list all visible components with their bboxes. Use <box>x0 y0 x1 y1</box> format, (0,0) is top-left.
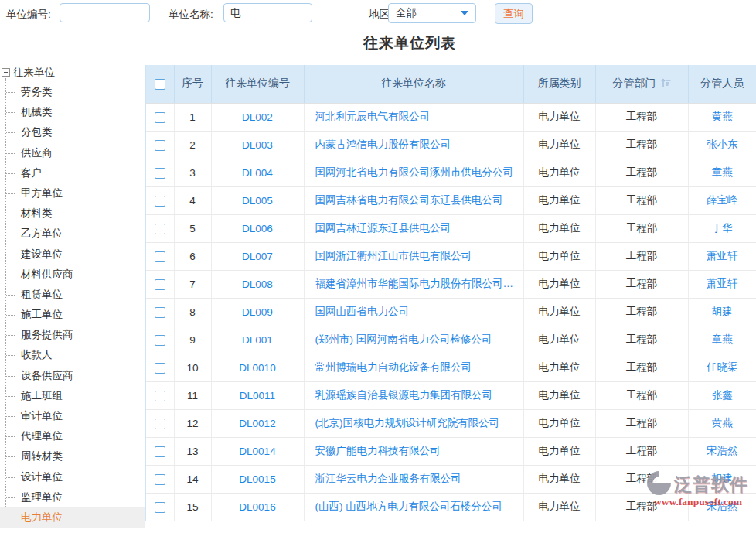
tree-item[interactable]: 机械类 <box>0 102 145 122</box>
tree-item[interactable]: 乙方单位 <box>0 224 145 244</box>
tree-item[interactable]: 建设单位 <box>0 244 145 265</box>
cell-name[interactable]: (郑州市) 国网河南省电力公司检修公司 <box>304 326 523 354</box>
cell-person[interactable]: 薛宝峰 <box>688 186 756 214</box>
row-checkbox[interactable] <box>155 112 165 123</box>
header-category: 所属类别 <box>523 65 595 103</box>
cell-code[interactable]: DL001 <box>211 326 304 354</box>
cell-category: 电力单位 <box>523 326 595 354</box>
row-checkbox[interactable] <box>155 251 165 262</box>
cell-code[interactable]: DL004 <box>211 159 304 186</box>
cell-code[interactable]: DL0012 <box>211 409 304 437</box>
cell-code[interactable]: DL003 <box>211 131 304 159</box>
cell-code[interactable]: DL002 <box>211 103 304 131</box>
cell-code[interactable]: DL0016 <box>211 493 304 521</box>
tree-item[interactable]: 分包类 <box>0 122 145 142</box>
query-button[interactable]: 查询 <box>495 3 533 24</box>
cell-person[interactable]: 宋浩然 <box>688 437 756 465</box>
cell-person[interactable]: 萧亚轩 <box>688 270 756 298</box>
cell-code[interactable]: DL005 <box>211 186 304 214</box>
row-checkbox[interactable] <box>155 502 165 513</box>
cell-code[interactable]: DL006 <box>211 214 304 242</box>
tree-item[interactable]: 服务提供商 <box>0 325 145 345</box>
cell-person[interactable]: 黄燕 <box>688 103 756 131</box>
cell-name[interactable]: 国网吉林省电力有限公司东辽县供电公司 <box>304 186 523 214</box>
cell-code[interactable]: DL0015 <box>211 465 304 493</box>
cell-person[interactable]: 丁华 <box>688 214 756 242</box>
tree-item[interactable]: 设计单位 <box>0 467 145 487</box>
table-row: 12 DL0012 (北京)国核电力规划设计研究院有限公司 电力单位 工程部 黄… <box>146 409 756 437</box>
cell-code[interactable]: DL008 <box>211 270 304 298</box>
cell-category: 电力单位 <box>523 437 595 465</box>
cell-name[interactable]: (北京)国核电力规划设计研究院有限公司 <box>304 409 523 437</box>
tree-item[interactable]: 施工班组 <box>0 386 145 406</box>
tree-item-label: 租赁单位 <box>21 289 63 300</box>
tree-item[interactable]: 设备供应商 <box>0 366 145 386</box>
row-checkbox[interactable] <box>155 363 165 374</box>
cell-name[interactable]: 国网河北省电力有限公司涿州市供电分公司 <box>304 159 523 186</box>
row-checkbox[interactable] <box>155 474 165 485</box>
unit-name-input[interactable] <box>223 3 312 22</box>
tree-item-label: 审计单位 <box>21 410 63 422</box>
select-all-checkbox[interactable] <box>155 79 165 90</box>
region-select[interactable]: 全部 <box>388 3 476 23</box>
header-department[interactable]: 分管部门 <box>595 65 688 103</box>
tree-item[interactable]: 租赁单位 <box>0 285 145 305</box>
cell-person[interactable]: 宋浩然 <box>688 493 756 521</box>
tree-item[interactable]: 收款人 <box>0 345 145 365</box>
row-checkbox[interactable] <box>155 224 165 234</box>
cell-code[interactable]: DL009 <box>211 298 304 326</box>
cell-name[interactable]: (山西) 山西地方电力有限公司石楼分公司 <box>304 493 523 521</box>
tree-root-node[interactable]: 往来单位 <box>0 63 145 82</box>
cell-person[interactable]: 黄燕 <box>688 409 756 437</box>
header-checkbox-cell <box>146 65 174 103</box>
tree-item[interactable]: 客户 <box>0 163 145 183</box>
collapse-minus-icon[interactable] <box>2 68 10 77</box>
tree-item[interactable]: 周转材类 <box>0 446 145 466</box>
tree-item[interactable]: 供应商 <box>0 143 145 163</box>
row-checkbox[interactable] <box>155 335 165 346</box>
cell-name[interactable]: 乳源瑶族自治县银源电力集团有限公司 <box>304 381 523 409</box>
cell-name[interactable]: 安徽广能电力科技有限公司 <box>304 437 523 465</box>
row-checkbox[interactable] <box>155 307 165 318</box>
cell-name[interactable]: 浙江华云电力企业服务有限公司 <box>304 465 523 493</box>
cell-name[interactable]: 国网吉林辽源东辽县供电公司 <box>304 214 523 242</box>
cell-name[interactable]: 国网山西省电力公司 <box>304 298 523 326</box>
cell-person[interactable]: 萧亚轩 <box>688 242 756 270</box>
tree-item[interactable]: 电力单位 <box>0 507 145 528</box>
cell-name[interactable]: 常州博瑞电力自动化设备有限公司 <box>304 354 523 381</box>
cell-code[interactable]: DL0011 <box>211 381 304 409</box>
cell-person[interactable]: 张小东 <box>688 131 756 159</box>
row-checkbox[interactable] <box>155 279 165 290</box>
tree-item[interactable]: 材料类 <box>0 203 145 224</box>
cell-code[interactable]: DL0014 <box>211 437 304 465</box>
cell-person[interactable]: 任晓渠 <box>688 354 756 381</box>
cell-person[interactable]: 章燕 <box>688 159 756 186</box>
cell-person[interactable]: 章燕 <box>688 326 756 354</box>
cell-name[interactable]: 内蒙古鸿信电力股份有限公司 <box>304 131 523 159</box>
row-checkbox[interactable] <box>155 196 165 207</box>
cell-category: 电力单位 <box>523 354 595 381</box>
row-checkbox[interactable] <box>155 419 165 429</box>
tree-item[interactable]: 审计单位 <box>0 406 145 426</box>
tree-item[interactable]: 代理单位 <box>0 426 145 446</box>
unit-code-input[interactable] <box>60 3 150 22</box>
cell-name[interactable]: 国网浙江衢州江山市供电有限公司 <box>304 242 523 270</box>
cell-category: 电力单位 <box>523 381 595 409</box>
row-checkbox[interactable] <box>155 446 165 457</box>
cell-code[interactable]: DL007 <box>211 242 304 270</box>
cell-name[interactable]: 河北利元辰电气有限公司 <box>304 103 523 131</box>
sort-icon[interactable] <box>661 77 671 90</box>
tree-item[interactable]: 甲方单位 <box>0 183 145 203</box>
cell-name[interactable]: 福建省漳州市华能国际电力股份有限公司福... <box>304 270 523 298</box>
tree-item[interactable]: 劳务类 <box>0 82 145 102</box>
tree-item[interactable]: 材料供应商 <box>0 265 145 285</box>
tree-item[interactable]: 施工单位 <box>0 305 145 325</box>
tree-item[interactable]: 监理单位 <box>0 487 145 507</box>
row-checkbox[interactable] <box>155 140 165 151</box>
row-checkbox[interactable] <box>155 391 165 401</box>
cell-person[interactable]: 张鑫 <box>688 381 756 409</box>
row-checkbox[interactable] <box>155 168 165 179</box>
cell-person[interactable]: 胡建 <box>688 465 756 493</box>
cell-person[interactable]: 胡建 <box>688 298 756 326</box>
cell-code[interactable]: DL0010 <box>211 354 304 381</box>
